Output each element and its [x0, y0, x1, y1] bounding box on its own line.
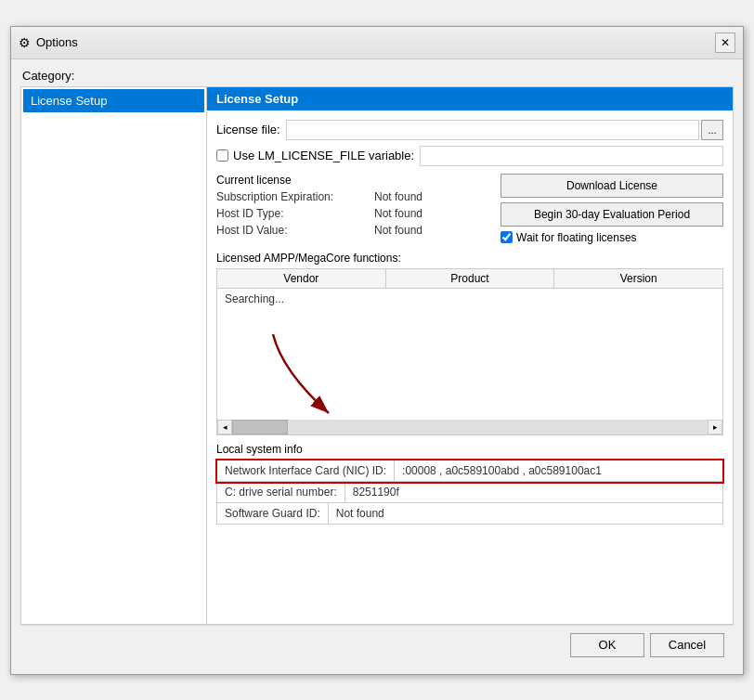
table-scrollbar[interactable]: ◂ ▸: [217, 420, 722, 434]
cancel-button[interactable]: Cancel: [650, 633, 724, 657]
licensed-label: Licensed AMPP/MegaCore functions:: [216, 252, 723, 265]
left-col: Current license Subscription Expiration:…: [216, 174, 491, 244]
col-version: Version: [554, 269, 722, 288]
right-col: Download License Begin 30-day Evaluation…: [500, 174, 723, 244]
panel-body: License file: ... Use LM_LICENSE_FILE va…: [207, 120, 733, 534]
table-header: Vendor Product Version: [217, 269, 722, 289]
nic-label: Network Interface Card (NIC) ID:: [217, 460, 394, 481]
title-bar-left: ⚙ Options: [19, 35, 78, 50]
host-id-type-row: Host ID Type: Not found: [216, 207, 491, 220]
panel: License Setup License file: ... Use LM_L…: [207, 87, 733, 624]
license-file-input[interactable]: [286, 120, 699, 140]
host-id-value-value: Not found: [374, 224, 422, 237]
subscription-value: Not found: [374, 190, 422, 203]
host-id-type-label: Host ID Type:: [216, 207, 374, 220]
scroll-track[interactable]: [232, 420, 708, 434]
col-vendor: Vendor: [217, 269, 386, 288]
wait-floating-checkbox[interactable]: [500, 231, 513, 243]
current-license-title: Current license: [216, 174, 491, 187]
scroll-thumb[interactable]: [232, 420, 288, 434]
category-label: Category:: [20, 69, 734, 83]
license-file-row: License file: ...: [216, 120, 723, 140]
wait-floating-row: Wait for floating licenses: [500, 231, 723, 244]
window-icon: ⚙: [19, 35, 31, 50]
scroll-left-button[interactable]: ◂: [217, 420, 232, 434]
browse-button[interactable]: ...: [701, 120, 723, 140]
license-file-label: License file:: [216, 123, 280, 136]
table-body: Searching...: [217, 289, 722, 309]
nic-value: :00008 , a0c589100abd , a0c589100ac1: [394, 460, 722, 481]
download-license-button[interactable]: Download License: [500, 174, 723, 198]
c-drive-label: C: drive serial number:: [217, 482, 344, 502]
licensed-section: Licensed AMPP/MegaCore functions: Vendor…: [216, 252, 723, 435]
subscription-label: Subscription Expiration:: [216, 190, 374, 203]
begin-eval-button[interactable]: Begin 30-day Evaluation Period: [500, 202, 723, 227]
host-id-type-value: Not found: [374, 207, 422, 220]
use-lm-label: Use LM_LICENSE_FILE variable:: [233, 149, 414, 162]
panel-title: License Setup: [207, 87, 733, 110]
title-bar: ⚙ Options ✕: [11, 27, 743, 59]
use-lm-row: Use LM_LICENSE_FILE variable:: [216, 146, 723, 166]
nic-row: Network Interface Card (NIC) ID: :00008 …: [217, 460, 722, 482]
sidebar: License Setup: [21, 87, 207, 624]
sidebar-item-license-setup[interactable]: License Setup: [23, 89, 204, 112]
options-window: ⚙ Options ✕ Category: License Setup Lice…: [10, 26, 744, 675]
use-lm-checkbox[interactable]: [216, 149, 228, 162]
local-info-section: Local system info Network Interface Card…: [216, 443, 723, 525]
searching-text: Searching...: [225, 292, 284, 305]
bottom-buttons: OK Cancel: [20, 625, 734, 665]
ok-button[interactable]: OK: [570, 633, 644, 657]
main-content: License Setup License Setup License file…: [20, 86, 734, 625]
subscription-row: Subscription Expiration: Not found: [216, 190, 491, 203]
sg-value: Not found: [328, 503, 722, 524]
arrow-annotation: [254, 325, 366, 430]
c-drive-row: C: drive serial number: 8251190f: [217, 482, 722, 503]
use-lm-input[interactable]: [420, 146, 723, 166]
wait-floating-label: Wait for floating licenses: [516, 231, 637, 244]
scroll-right-button[interactable]: ▸: [708, 420, 722, 434]
local-info-table: Network Interface Card (NIC) ID: :00008 …: [216, 460, 723, 525]
close-button[interactable]: ✕: [715, 32, 735, 53]
sg-label: Software Guard ID:: [217, 503, 328, 524]
host-id-value-label: Host ID Value:: [216, 224, 374, 237]
host-id-value-row: Host ID Value: Not found: [216, 224, 491, 237]
window-title: Options: [36, 35, 78, 49]
col-product: Product: [386, 269, 555, 288]
two-col-layout: Current license Subscription Expiration:…: [216, 174, 723, 244]
sg-row: Software Guard ID: Not found: [217, 503, 722, 524]
licensed-table-container: Vendor Product Version Searching...: [216, 268, 723, 435]
local-info-title: Local system info: [216, 443, 723, 456]
window-body: Category: License Setup License Setup Li…: [11, 59, 743, 674]
c-drive-value: 8251190f: [344, 482, 722, 502]
